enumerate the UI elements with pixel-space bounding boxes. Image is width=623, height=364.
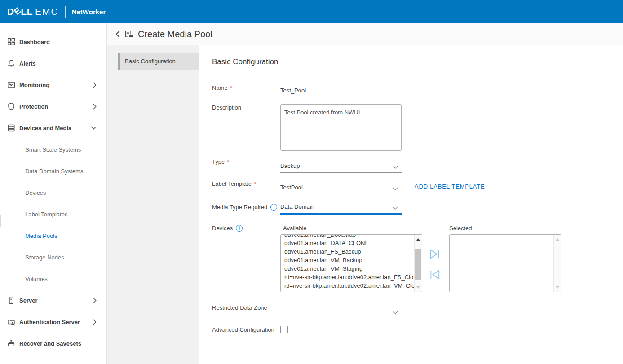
list-item[interactable]: ddve01.amer.lan_VM_Backup — [281, 256, 414, 264]
bell-icon — [7, 59, 15, 67]
back-button[interactable] — [115, 29, 121, 39]
auth-server-icon — [7, 318, 15, 326]
list-item[interactable]: ddve01.amer.lan_VM_Staging — [281, 264, 414, 273]
sidebar-subitem-label: Volumes — [25, 276, 48, 282]
list-item[interactable]: ddve01.amer.lan_Bootstrap — [281, 234, 414, 239]
sidebar-item-devices[interactable]: Devices — [0, 182, 106, 203]
description-textarea[interactable]: Test Pool created from NWUI — [280, 104, 402, 151]
list-item[interactable]: ddve01.amer.lan_FS_Backup — [281, 247, 414, 256]
sidebar-item-authentication-server[interactable]: Authentication Server — [0, 311, 106, 333]
available-devices-listbox[interactable]: ddve01.amer.lan_Bootstrapddve01.amer.lan… — [280, 234, 422, 292]
move-all-right-button[interactable] — [428, 247, 442, 261]
scroll-up-button[interactable] — [415, 236, 422, 243]
sidebar-item-label: Devices and Media — [19, 125, 71, 132]
monitoring-icon — [7, 81, 15, 89]
sidebar-item-label: Monitoring — [19, 82, 49, 88]
sidebar-item-protection[interactable]: Protection — [0, 96, 106, 117]
topbar-separator — [65, 6, 66, 18]
sidebar-item-storage-nodes[interactable]: Storage Nodes — [0, 246, 106, 268]
label-template-select[interactable]: TestPool — [280, 183, 402, 194]
page-title: Create Media Pool — [138, 29, 212, 39]
type-label: Type * — [212, 158, 229, 165]
sidebar-subitem-label: Storage Nodes — [25, 254, 64, 261]
sidebar-subitem-label: Data Domain Systems — [25, 168, 83, 175]
sidebar-item-data-domain-systems[interactable]: Data Domain Systems — [0, 160, 106, 182]
logo-emc: EMC — [35, 6, 59, 17]
field-label-text: Description — [212, 104, 241, 111]
sidebar-subitem-label: Smart Scale Systems — [25, 146, 81, 153]
sidebar-item-media-pools[interactable]: Media Pools — [0, 225, 106, 246]
required-asterisk: * — [230, 84, 232, 91]
chevron-down-icon — [393, 206, 398, 210]
chevron-down-icon — [393, 187, 398, 190]
recover-icon — [7, 339, 15, 347]
sidebar-item-volumes[interactable]: Volumes — [0, 268, 106, 289]
sidebar-item-server[interactable]: Server — [0, 289, 106, 311]
sidebar-subitem-label: Devices — [25, 189, 46, 196]
sidebar-item-label: Alerts — [19, 60, 36, 67]
product-name: NetWorker — [72, 8, 106, 16]
info-icon[interactable] — [270, 204, 277, 211]
sidebar-item-label: Dashboard — [19, 39, 50, 45]
scroll-up-button[interactable] — [554, 236, 561, 243]
move-all-left-button[interactable] — [428, 268, 442, 281]
sidebar-item-label-templates[interactable]: Label Templates — [0, 203, 106, 225]
sidebar-item-devices-and-media[interactable]: Devices and Media — [0, 117, 106, 139]
list-item[interactable]: rd=nve-sn-bkp.amer.lan:ddve02.amer.lan_V… — [281, 281, 414, 290]
name-label: Name * — [212, 84, 232, 91]
sidebar-item-smart-scale-systems[interactable]: Smart Scale Systems — [0, 139, 106, 160]
add-label-template-link[interactable]: ADD LABEL TEMPLATE — [415, 183, 485, 190]
name-input[interactable] — [280, 85, 402, 96]
required-asterisk: * — [227, 158, 229, 165]
sidebar-item-monitoring[interactable]: Monitoring — [0, 74, 106, 96]
networker-app: DELLEMC NetWorker Dashboard Alerts — [0, 0, 623, 364]
select-value: TestPool — [280, 184, 303, 191]
topbar: DELLEMC NetWorker — [0, 0, 623, 23]
server-icon — [7, 296, 15, 304]
scrollbar-thumb[interactable] — [415, 249, 421, 280]
chevron-down-icon — [393, 166, 398, 169]
logo-letter: LL — [21, 6, 33, 17]
field-label-text: Advanced Configuration — [212, 326, 274, 333]
list-item[interactable]: ddve01.amer.lan_DATA_CLONE — [281, 239, 414, 247]
scroll-down-button[interactable] — [415, 284, 422, 291]
subnav-item-label: Basic Configuration — [125, 58, 176, 65]
scrollbar[interactable] — [553, 235, 561, 292]
arrow-down-icon — [556, 286, 559, 289]
sidebar-item-alerts[interactable]: Alerts — [0, 53, 106, 74]
sidebar-scrollbar[interactable] — [0, 215, 1, 227]
chevron-down-icon — [393, 311, 398, 314]
sidebar-item-label: Server — [19, 297, 37, 304]
field-label-text: Devices — [212, 225, 233, 232]
subnav-item-basic-configuration[interactable]: Basic Configuration — [118, 53, 199, 70]
restricted-data-zone-select[interactable] — [280, 307, 402, 318]
dashboard-icon — [7, 38, 15, 46]
chevron-down-icon — [91, 126, 97, 130]
advanced-configuration-label: Advanced Configuration — [212, 326, 274, 333]
label-template-label: Label Template * — [212, 180, 256, 187]
sidebar-item-recover-and-savesets[interactable]: Recover and Savesets — [0, 333, 106, 354]
restricted-data-zone-label: Restricted Data Zone — [212, 304, 267, 311]
available-label: Available — [283, 225, 307, 232]
list-item[interactable]: rd=nve-sn-bkp.amer.lan:ddve02.amer.lan_F… — [281, 273, 414, 281]
advanced-configuration-checkbox[interactable] — [280, 326, 288, 333]
scrollbar[interactable] — [414, 235, 422, 292]
subnav-panel: Basic Configuration — [107, 45, 199, 364]
sidebar-item-label: Protection — [19, 103, 48, 110]
info-icon[interactable] — [236, 225, 243, 232]
arrow-up-icon — [416, 238, 420, 241]
selected-devices-listbox[interactable] — [449, 234, 561, 292]
arrow-up-icon — [556, 238, 559, 241]
sidebar-item-label: Authentication Server — [19, 319, 80, 325]
sidebar-subitem-label-active: Media Pools — [25, 232, 57, 239]
sidebar-item-dashboard[interactable]: Dashboard — [0, 31, 106, 53]
selected-label: Selected — [449, 225, 472, 232]
devices-label: Devices — [212, 225, 243, 232]
required-asterisk: * — [254, 180, 256, 187]
type-select[interactable]: Backup — [280, 161, 402, 173]
media-type-required-label: Media Type Required — [212, 204, 277, 211]
media-type-required-select[interactable]: Data Domain — [280, 203, 402, 215]
arrow-down-icon — [416, 286, 420, 289]
scroll-down-button[interactable] — [554, 284, 561, 291]
field-label-text: Type — [212, 158, 225, 165]
